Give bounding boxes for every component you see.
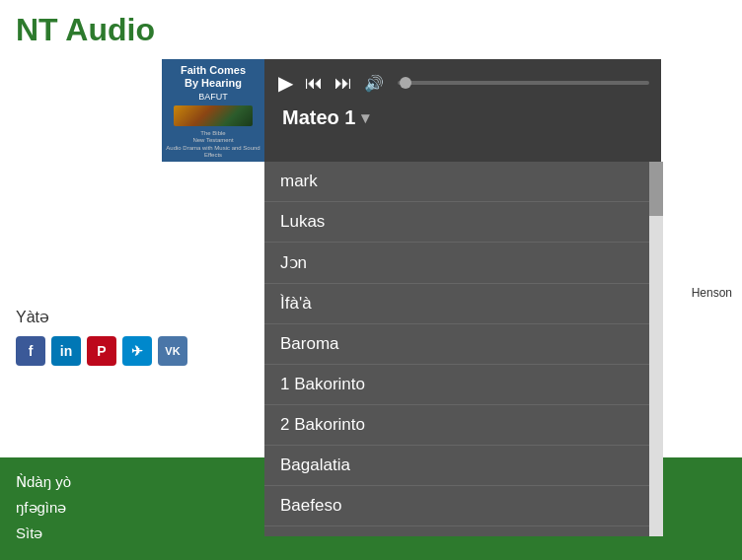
dropdown-item-2bakorinto[interactable]: 2 Bakorinto	[264, 405, 649, 446]
prev-button[interactable]: ⏮	[303, 71, 325, 96]
pinterest-icon[interactable]: P	[87, 336, 116, 366]
yata-label: Yàtə	[16, 308, 187, 326]
chapter-selector-row: Mateo 1 ▾	[276, 105, 649, 131]
linkedin-icon[interactable]: in	[51, 336, 81, 366]
volume-button[interactable]: 🔊	[362, 72, 386, 95]
dropdown-item-jon[interactable]: Jɔn	[264, 243, 649, 284]
scrollbar-thumb[interactable]	[649, 162, 663, 216]
album-tag: BAFUT	[198, 92, 228, 102]
dropdown-list[interactable]: mark Lukas Jɔn Ìfà'à Baroma 1 Bakorinto …	[264, 162, 649, 536]
page-title: NT Audio	[0, 0, 742, 56]
dropdown-item-bafilipi[interactable]: Bafilipi	[264, 526, 649, 536]
dropdown-item-ifaa[interactable]: Ìfà'à	[264, 284, 649, 324]
henson-label: Henson	[692, 286, 732, 300]
facebook-icon[interactable]: f	[16, 336, 45, 366]
vk-icon[interactable]: VK	[158, 336, 187, 366]
album-bottom-text: The Bible New Testament Audio Drama with…	[165, 130, 261, 159]
player-bar: ▶ ⏮ ⏭ 🔊 Mateo 1 ▾	[264, 59, 661, 162]
next-button[interactable]: ⏭	[333, 71, 354, 96]
dropdown-item-1bakorinto[interactable]: 1 Bakorinto	[264, 365, 649, 405]
progress-bar[interactable]	[398, 81, 649, 85]
dropdown-item-mark[interactable]: mark	[264, 162, 649, 202]
progress-dot	[400, 77, 411, 89]
dropdown-scrollbar[interactable]	[649, 162, 663, 536]
telegram-icon[interactable]: ✈	[122, 336, 152, 366]
chapter-selector-button[interactable]: Mateo 1 ▾	[276, 105, 375, 131]
dropdown-item-bagalatia[interactable]: Bagalatia	[264, 446, 649, 486]
controls-row: ▶ ⏮ ⏭ 🔊	[276, 69, 649, 97]
chapter-dropdown: mark Lukas Jɔn Ìfà'à Baroma 1 Bakorinto …	[264, 162, 649, 536]
chevron-down-icon: ▾	[361, 108, 369, 127]
dropdown-item-baefeso[interactable]: Baefeso	[264, 486, 649, 526]
page-layout: NT Audio Faith Comes By Hearing BAFUT Th…	[0, 0, 742, 560]
social-icons: f in P ✈ VK	[16, 336, 187, 366]
album-image	[174, 105, 253, 126]
dropdown-item-lukas[interactable]: Lukas	[264, 202, 649, 243]
album-title-line1: Faith Comes By Hearing	[181, 64, 246, 90]
album-art: Faith Comes By Hearing BAFUT The Bible N…	[162, 59, 264, 162]
main-content-area: Yàtə f in P ✈ VK	[0, 296, 203, 378]
dropdown-item-baroma[interactable]: Baroma	[264, 324, 649, 365]
chapter-label: Mateo 1	[282, 106, 355, 129]
play-button[interactable]: ▶	[276, 69, 295, 97]
